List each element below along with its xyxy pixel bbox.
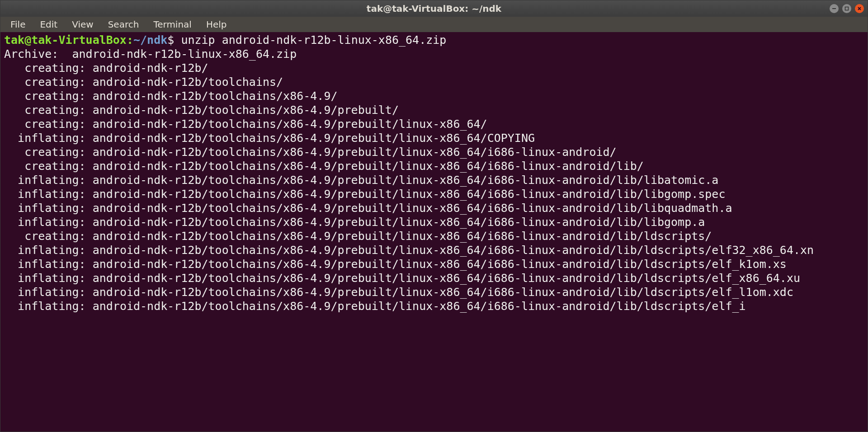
window-title: tak@tak-VirtualBox: ~/ndk [367, 3, 501, 14]
menu-help[interactable]: Help [201, 17, 232, 32]
minimize-icon [832, 6, 836, 11]
close-button[interactable] [855, 4, 864, 13]
prompt-symbol: $ [167, 33, 181, 47]
minimize-button[interactable] [830, 4, 839, 13]
menu-edit[interactable]: Edit [34, 17, 63, 32]
menu-terminal[interactable]: Terminal [148, 17, 197, 32]
menu-search[interactable]: Search [103, 17, 145, 32]
maximize-button[interactable] [842, 4, 851, 13]
menu-file[interactable]: File [5, 17, 31, 32]
command-text: unzip android-ndk-r12b-linux-x86_64.zip [181, 33, 446, 47]
close-icon [857, 6, 862, 11]
prompt-path: ~/ndk [133, 33, 167, 47]
terminal-window: tak@tak-VirtualBox: ~/ndk File Edit View… [0, 0, 868, 432]
svg-rect-1 [845, 7, 849, 10]
maximize-icon [844, 6, 849, 11]
menu-view[interactable]: View [66, 17, 99, 32]
title-bar: tak@tak-VirtualBox: ~/ndk [0, 0, 868, 17]
menu-bar: File Edit View Search Terminal Help [0, 17, 868, 32]
terminal-output: Archive: android-ndk-r12b-linux-x86_64.z… [4, 47, 814, 313]
terminal-viewport[interactable]: tak@tak-VirtualBox:~/ndk$ unzip android-… [0, 32, 868, 432]
prompt-user-host: tak@tak-VirtualBox [4, 33, 127, 47]
window-controls [830, 4, 864, 13]
prompt-separator: : [127, 33, 133, 47]
